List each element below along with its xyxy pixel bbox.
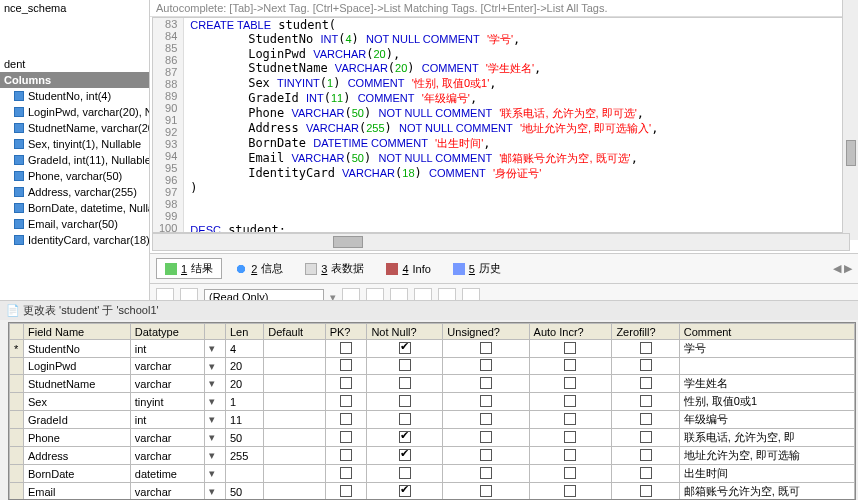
vscroll-thumb[interactable] [846,140,850,166]
len-cell[interactable]: 50 [226,429,264,447]
datatype-cell[interactable]: varchar [130,447,204,465]
comment-cell[interactable]: 学生姓名 [679,375,854,393]
field-name-cell[interactable]: Phone [24,429,131,447]
col-header[interactable]: Not Null? [367,324,443,340]
table-row[interactable]: LoginPwdvarchar▾20 [10,358,855,375]
datatype-dropdown[interactable]: ▾ [205,358,226,375]
datatype-cell[interactable]: varchar [130,483,204,501]
checkbox[interactable] [340,431,352,443]
len-cell[interactable]: 255 [226,447,264,465]
checkbox[interactable] [564,359,576,371]
pager[interactable]: ◀ ▶ [833,262,852,275]
column-item[interactable]: IdentityCard, varchar(18), [0,232,149,248]
object-browser[interactable]: nce_schema dent Columns StudentNo, int(4… [0,0,150,310]
checkbox[interactable] [340,359,352,371]
col-header[interactable]: Len [226,324,264,340]
len-cell[interactable]: 50 [226,483,264,501]
datatype-cell[interactable]: varchar [130,358,204,375]
col-header[interactable]: Datatype [130,324,204,340]
checkbox[interactable] [340,485,352,497]
checkbox[interactable] [340,377,352,389]
checkbox[interactable] [480,485,492,497]
checkbox[interactable] [480,377,492,389]
len-cell[interactable]: 4 [226,340,264,358]
checkbox[interactable] [564,413,576,425]
checkbox[interactable] [340,449,352,461]
checkbox[interactable] [640,395,652,407]
comment-cell[interactable]: 地址允许为空, 即可选输 [679,447,854,465]
default-cell[interactable] [264,358,325,375]
field-name-cell[interactable]: Address [24,447,131,465]
checkbox[interactable] [564,342,576,354]
checkbox[interactable] [564,395,576,407]
col-header[interactable]: Default [264,324,325,340]
checkbox[interactable] [640,342,652,354]
checkbox[interactable] [399,449,411,461]
field-name-cell[interactable]: BornDate [24,465,131,483]
editor-hscroll[interactable] [152,233,850,251]
col-header[interactable]: PK? [325,324,367,340]
checkbox[interactable] [340,395,352,407]
comment-cell[interactable]: 出生时间 [679,465,854,483]
len-cell[interactable]: 20 [226,375,264,393]
comment-cell[interactable]: 年级编号 [679,411,854,429]
datatype-dropdown[interactable]: ▾ [205,393,226,411]
comment-cell[interactable]: 联系电话, 允许为空, 即 [679,429,854,447]
tab-Info[interactable]: 4 Info [377,260,439,278]
checkbox[interactable] [480,359,492,371]
column-item[interactable]: StudnetName, varchar(20) [0,120,149,136]
checkbox[interactable] [399,467,411,479]
table-row[interactable]: *StudentNoint▾4学号 [10,340,855,358]
column-item[interactable]: BornDate, datetime, Nulla [0,200,149,216]
tab-信息[interactable]: 2 信息 [226,258,292,279]
checkbox[interactable] [480,413,492,425]
datatype-dropdown[interactable]: ▾ [205,483,226,501]
col-header[interactable]: Unsigned? [443,324,529,340]
tab-历史[interactable]: 5 历史 [444,258,510,279]
checkbox[interactable] [399,413,411,425]
datatype-dropdown[interactable]: ▾ [205,447,226,465]
checkbox[interactable] [480,395,492,407]
len-cell[interactable] [226,465,264,483]
code-area[interactable]: CREATE TABLE student( StudentNo INT(4) N… [184,18,664,232]
datatype-cell[interactable]: varchar [130,375,204,393]
field-name-cell[interactable]: Email [24,483,131,501]
checkbox[interactable] [399,431,411,443]
default-cell[interactable] [264,411,325,429]
comment-cell[interactable]: 邮箱账号允许为空, 既可 [679,483,854,501]
checkbox[interactable] [564,377,576,389]
checkbox[interactable] [480,449,492,461]
table-row[interactable]: BornDatedatetime▾出生时间 [10,465,855,483]
field-name-cell[interactable]: Sex [24,393,131,411]
default-cell[interactable] [264,447,325,465]
default-cell[interactable] [264,375,325,393]
checkbox[interactable] [480,342,492,354]
checkbox[interactable] [640,377,652,389]
checkbox[interactable] [399,342,411,354]
field-name-cell[interactable]: GradeId [24,411,131,429]
datatype-cell[interactable]: int [130,411,204,429]
sql-editor[interactable]: 8384858687888990919293949596979899100101… [152,17,850,233]
datatype-cell[interactable]: int [130,340,204,358]
field-name-cell[interactable]: LoginPwd [24,358,131,375]
datatype-dropdown[interactable]: ▾ [205,340,226,358]
hscroll-thumb[interactable] [333,236,363,248]
column-item[interactable]: Sex, tinyint(1), Nullable [0,136,149,152]
col-header[interactable]: Field Name [24,324,131,340]
len-cell[interactable]: 1 [226,393,264,411]
column-item[interactable]: GradeId, int(11), Nullable [0,152,149,168]
checkbox[interactable] [480,467,492,479]
default-cell[interactable] [264,393,325,411]
col-header[interactable] [205,324,226,340]
default-cell[interactable] [264,483,325,501]
column-item[interactable]: Phone, varchar(50) [0,168,149,184]
datatype-cell[interactable]: tinyint [130,393,204,411]
datatype-cell[interactable]: varchar [130,429,204,447]
table-row[interactable]: Sextinyint▾1性别, 取值0或1 [10,393,855,411]
checkbox[interactable] [640,431,652,443]
datatype-cell[interactable]: datetime [130,465,204,483]
tree-node-dent[interactable]: dent [0,56,149,72]
len-cell[interactable]: 20 [226,358,264,375]
table-designer-grid[interactable]: Field NameDatatypeLenDefaultPK?Not Null?… [8,322,856,500]
tree-node-schema[interactable]: nce_schema [0,0,149,16]
